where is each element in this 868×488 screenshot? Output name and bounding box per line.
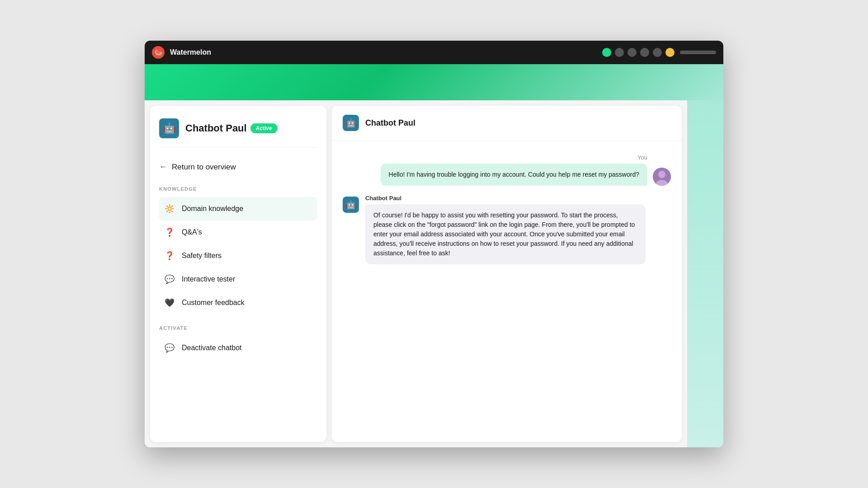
ctrl-bar bbox=[680, 51, 716, 54]
qna-icon: ❓ bbox=[164, 226, 175, 238]
chat-header-avatar: 🤖 bbox=[343, 115, 359, 131]
ctrl-gray4-dot[interactable] bbox=[653, 48, 662, 57]
customer-feedback-label: Customer feedback bbox=[182, 299, 245, 307]
user-label: You bbox=[637, 154, 647, 161]
activate-section-label: ACTIVATE bbox=[159, 325, 317, 331]
bot-message-bubble: Of course! I'd be happy to assist you wi… bbox=[365, 204, 646, 264]
user-avatar bbox=[653, 168, 671, 186]
user-message-row: You Hello! I'm having trouble logging in… bbox=[343, 154, 671, 186]
user-message-bubble: Hello! I'm having trouble logging into m… bbox=[381, 164, 647, 186]
ctrl-gray3-dot[interactable] bbox=[640, 48, 649, 57]
domain-knowledge-label: Domain knowledge bbox=[182, 205, 243, 213]
sidebar-item-customer-feedback[interactable]: 🖤 Customer feedback bbox=[159, 291, 317, 314]
app-title: Watermelon bbox=[170, 48, 597, 56]
sidebar-item-interactive-tester[interactable]: 💬 Interactive tester bbox=[159, 267, 317, 291]
header-banner bbox=[145, 64, 723, 100]
main-content: 🤖 Chatbot Paul Active ← Return to overvi… bbox=[145, 100, 723, 447]
app-logo: 🍉 bbox=[152, 46, 165, 59]
chatbot-name-row: Chatbot Paul Active bbox=[185, 122, 278, 134]
browser-controls bbox=[602, 48, 716, 57]
chatbot-avatar: 🤖 bbox=[159, 118, 179, 138]
chat-messages: You Hello! I'm having trouble logging in… bbox=[332, 141, 682, 442]
domain-knowledge-icon: 🔆 bbox=[164, 203, 175, 215]
ctrl-gray2-dot[interactable] bbox=[627, 48, 637, 57]
safety-filters-icon: ❓ bbox=[164, 250, 175, 262]
bot-name-label: Chatbot Paul bbox=[365, 195, 646, 202]
browser-titlebar: 🍉 Watermelon bbox=[145, 41, 723, 64]
chat-area: 🤖 Chatbot Paul You Hello! I'm having tro… bbox=[332, 106, 682, 442]
qna-label: Q&A's bbox=[182, 228, 202, 236]
ctrl-green-dot[interactable] bbox=[602, 48, 611, 57]
customer-feedback-icon: 🖤 bbox=[164, 297, 175, 309]
user-message-wrap: You Hello! I'm having trouble logging in… bbox=[381, 154, 647, 186]
chat-header: 🤖 Chatbot Paul bbox=[332, 106, 682, 141]
sidebar-item-domain-knowledge[interactable]: 🔆 Domain knowledge bbox=[159, 197, 317, 221]
ctrl-yellow-dot[interactable] bbox=[665, 48, 675, 57]
safety-filters-label: Safety filters bbox=[182, 252, 222, 260]
right-decorative-panel bbox=[687, 100, 723, 447]
svg-point-1 bbox=[658, 171, 665, 178]
interactive-tester-label: Interactive tester bbox=[182, 275, 235, 283]
return-to-overview-link[interactable]: ← Return to overview bbox=[159, 159, 317, 175]
return-link-label: Return to overview bbox=[172, 163, 236, 172]
sidebar-item-safety-filters[interactable]: ❓ Safety filters bbox=[159, 244, 317, 267]
sidebar: 🤖 Chatbot Paul Active ← Return to overvi… bbox=[150, 106, 326, 442]
status-badge: Active bbox=[250, 123, 278, 133]
deactivate-label: Deactivate chatbot bbox=[182, 344, 242, 352]
chatbot-header: 🤖 Chatbot Paul Active bbox=[159, 118, 317, 148]
bot-message-wrap: Chatbot Paul Of course! I'd be happy to … bbox=[365, 195, 646, 264]
sidebar-item-deactivate[interactable]: 💬 Deactivate chatbot bbox=[159, 336, 317, 360]
ctrl-gray1-dot[interactable] bbox=[615, 48, 624, 57]
sidebar-item-qna[interactable]: ❓ Q&A's bbox=[159, 221, 317, 244]
knowledge-section-label: KNOWLEDGE bbox=[159, 186, 317, 192]
chatbot-name: Chatbot Paul bbox=[185, 122, 247, 134]
back-arrow-icon: ← bbox=[159, 162, 167, 172]
bot-avatar: 🤖 bbox=[343, 197, 359, 213]
deactivate-icon: 💬 bbox=[164, 342, 175, 354]
bot-message-row: 🤖 Chatbot Paul Of course! I'd be happy t… bbox=[343, 195, 671, 264]
chat-header-name: Chatbot Paul bbox=[365, 118, 415, 128]
interactive-tester-icon: 💬 bbox=[164, 273, 175, 285]
